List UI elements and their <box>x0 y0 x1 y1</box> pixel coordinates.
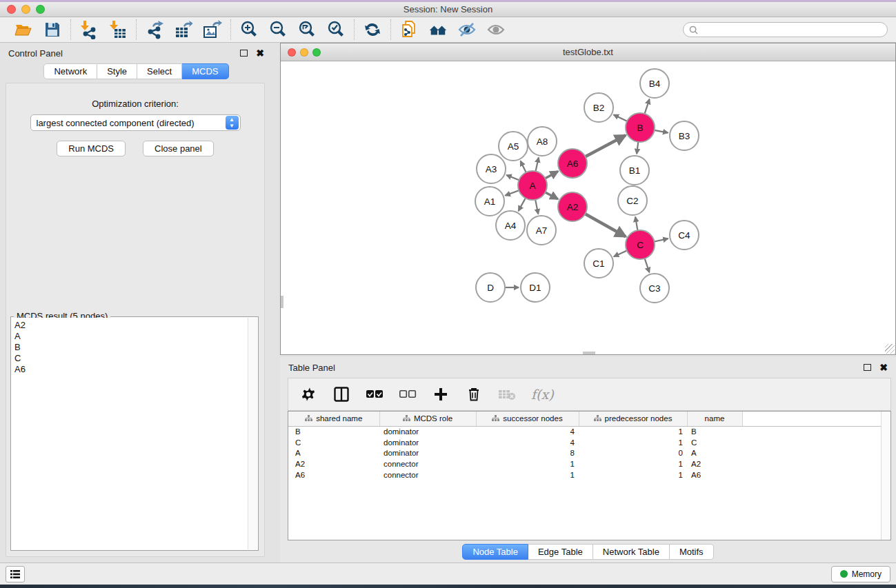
graph-node-C1[interactable]: C1 <box>584 249 613 278</box>
graph-node-C2[interactable]: C2 <box>618 186 647 215</box>
delete-column-icon[interactable] <box>465 385 483 403</box>
tab-motifs[interactable]: Motifs <box>670 544 714 560</box>
column-header[interactable]: shared name <box>288 412 379 426</box>
graph-node-C[interactable]: C <box>626 230 655 259</box>
window-resize-grip[interactable] <box>885 344 895 354</box>
graph-node-A2[interactable]: A2 <box>558 192 587 221</box>
graph-node-A6[interactable]: A6 <box>558 149 587 178</box>
graph-edge-C-C1[interactable] <box>614 251 627 257</box>
graph-edge-A-A8[interactable] <box>535 157 538 171</box>
deselect-all-icon[interactable] <box>399 385 417 403</box>
graph-edge-C-C4[interactable] <box>655 239 668 241</box>
canvas-horizontal-scrollbar[interactable] <box>583 352 595 354</box>
table-row[interactable]: Cdominator41C <box>288 437 890 448</box>
close-panel-icon[interactable]: ✖ <box>256 50 264 57</box>
graph-node-C3[interactable]: C3 <box>640 274 669 303</box>
optimization-criterion-select[interactable]: largest connected component (directed) ▲… <box>30 114 241 131</box>
run-mcds-button[interactable]: Run MCDS <box>57 141 126 156</box>
table-scrollbar[interactable] <box>881 412 890 540</box>
table-row[interactable]: Adominator80A <box>288 448 890 459</box>
zoom-out-icon[interactable] <box>268 20 288 39</box>
import-network-icon[interactable] <box>79 20 99 39</box>
table-row[interactable]: A2connector11A2 <box>288 458 890 469</box>
export-network-icon[interactable] <box>145 20 164 39</box>
hide-selection-icon[interactable] <box>457 20 477 39</box>
graph-edge-C-C2[interactable] <box>635 217 637 231</box>
create-column-icon[interactable] <box>432 385 450 403</box>
graph-node-C4[interactable]: C4 <box>670 221 699 250</box>
mcds-result-item[interactable]: B <box>14 342 245 353</box>
tab-mcds[interactable]: MCDS <box>182 63 228 79</box>
graph-edge-A-A2[interactable] <box>546 192 558 199</box>
tab-select[interactable]: Select <box>137 63 182 79</box>
zoom-in-icon[interactable] <box>239 20 259 39</box>
graph-node-B[interactable]: B <box>626 113 655 142</box>
canvas-vertical-scrollbar[interactable] <box>281 296 283 308</box>
tab-network-table[interactable]: Network Table <box>593 544 670 560</box>
column-header[interactable]: name <box>687 412 742 426</box>
show-all-icon[interactable] <box>486 20 506 39</box>
new-network-from-selection-icon[interactable] <box>399 20 419 39</box>
network-canvas[interactable]: B4B2BB3A5A8A6A3B1AA1C2A2A4A7C4CC1C3DD1 <box>281 61 895 354</box>
mcds-result-item[interactable]: C <box>14 353 245 364</box>
main-titlebar[interactable]: Session: New Session <box>0 2 896 17</box>
result-scrollbar[interactable] <box>248 318 257 549</box>
search-input[interactable] <box>701 25 882 34</box>
export-image-icon[interactable] <box>203 20 222 39</box>
graph-node-A7[interactable]: A7 <box>527 216 556 245</box>
graph-edge-A-A5[interactable] <box>521 161 526 173</box>
toggle-panels-icon[interactable] <box>6 566 25 582</box>
import-table-icon[interactable] <box>108 20 128 39</box>
tab-network[interactable]: Network <box>43 63 97 79</box>
table-row[interactable]: A6connector11A6 <box>288 469 890 480</box>
export-table-icon[interactable] <box>174 20 193 39</box>
column-header[interactable]: MCDS role <box>379 412 476 426</box>
graph-node-B3[interactable]: B3 <box>670 121 699 150</box>
show-columns-icon[interactable] <box>332 385 350 403</box>
column-header[interactable]: predecessor nodes <box>579 412 687 426</box>
graph-edge-A-A6[interactable] <box>545 172 558 179</box>
graph-edge-A2-C[interactable] <box>585 214 626 236</box>
graph-edge-A-A3[interactable] <box>506 175 519 180</box>
select-all-icon[interactable] <box>366 385 384 403</box>
graph-edge-C-C3[interactable] <box>645 258 650 272</box>
mcds-result-item[interactable]: A <box>14 331 245 342</box>
apply-layout-icon[interactable] <box>363 20 382 39</box>
graph-node-A[interactable]: A <box>518 171 547 200</box>
close-table-panel-icon[interactable]: ✖ <box>879 364 888 371</box>
tab-style[interactable]: Style <box>97 63 137 79</box>
tab-edge-table[interactable]: Edge Table <box>528 544 593 560</box>
graph-edge-B-B3[interactable] <box>655 130 668 133</box>
mcds-result-list[interactable]: A2ABCA6 <box>12 318 248 549</box>
float-table-panel-icon[interactable] <box>864 364 871 371</box>
graph-node-B4[interactable]: B4 <box>640 69 669 98</box>
save-session-icon[interactable] <box>43 20 62 39</box>
mcds-result-item[interactable]: A6 <box>14 364 245 375</box>
graph-edge-B-B1[interactable] <box>637 142 638 154</box>
mcds-result-item[interactable]: A2 <box>14 320 245 331</box>
close-panel-button[interactable]: Close panel <box>143 141 214 156</box>
float-panel-icon[interactable] <box>240 50 248 57</box>
graph-node-D[interactable]: D <box>476 273 505 302</box>
graph-node-A4[interactable]: A4 <box>496 211 525 240</box>
graph-node-D1[interactable]: D1 <box>521 273 550 302</box>
table-row[interactable]: Bdominator41B <box>288 426 890 437</box>
column-header[interactable]: successor nodes <box>476 412 579 426</box>
open-session-icon[interactable] <box>14 20 33 39</box>
tab-node-table[interactable]: Node Table <box>462 544 528 560</box>
zoom-selected-icon[interactable] <box>326 20 346 39</box>
graph-edge-B-B4[interactable] <box>645 99 650 114</box>
graph-node-A3[interactable]: A3 <box>477 154 506 183</box>
graph-node-A8[interactable]: A8 <box>528 127 557 156</box>
zoom-fit-icon[interactable] <box>297 20 317 39</box>
graph-node-B2[interactable]: B2 <box>584 93 613 122</box>
memory-button[interactable]: Memory <box>831 566 890 582</box>
first-neighbors-icon[interactable] <box>428 20 448 39</box>
node-table[interactable]: shared nameMCDS rolesuccessor nodesprede… <box>288 411 891 540</box>
graph-edge-A6-B[interactable] <box>586 135 626 156</box>
graph-edge-A-A1[interactable] <box>506 190 519 195</box>
network-window-titlebar[interactable]: testGlobe.txt <box>281 43 895 61</box>
graph-edge-A-A4[interactable] <box>519 198 526 211</box>
table-mode-gear-icon[interactable] <box>299 385 317 403</box>
graph-node-A1[interactable]: A1 <box>475 187 504 216</box>
